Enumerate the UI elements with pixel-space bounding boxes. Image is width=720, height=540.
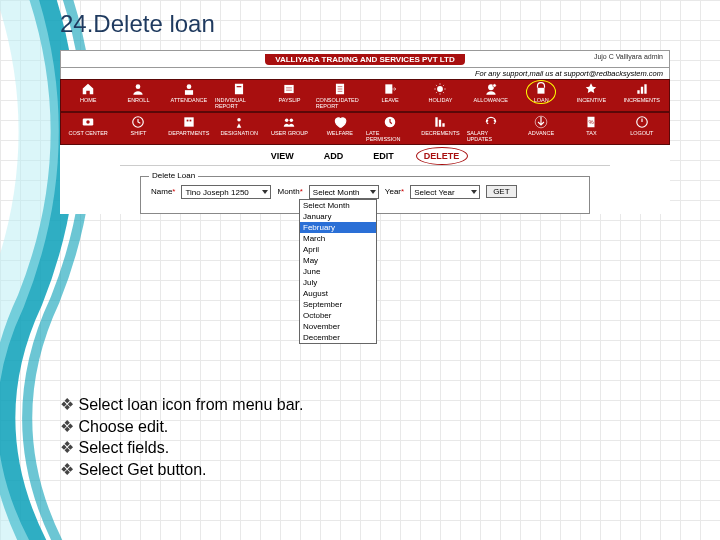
menu-item-report[interactable]: INDIVIDUAL REPORT	[215, 82, 263, 109]
month-option[interactable]: December	[300, 332, 376, 343]
month-option[interactable]: October	[300, 310, 376, 321]
menu-item-salary[interactable]: SALARY UPDATES	[467, 115, 515, 142]
advance-icon	[534, 115, 548, 129]
app-header: VALLIYARA TRADING AND SERVICES PVT LTD J…	[60, 50, 670, 68]
menu-item-label: INCREMENTS	[624, 97, 660, 103]
tab-delete[interactable]: DELETE	[424, 151, 460, 161]
menu-item-label: SHIFT	[131, 130, 147, 136]
menu-item-cost[interactable]: COST CENTER	[64, 115, 112, 142]
menu-item-advance[interactable]: ADVANCE	[517, 115, 565, 142]
menu-item-incentive[interactable]: INCENTIVE	[567, 82, 615, 109]
month-option[interactable]: November	[300, 321, 376, 332]
menu-item-late[interactable]: LATE PERMISSION	[366, 115, 414, 142]
menu-bar-row-1: HOMEENROLLATTENDANCEINDIVIDUAL REPORTPAY…	[60, 79, 670, 112]
year-label: Year*	[385, 185, 404, 196]
menu-item-increments[interactable]: INCREMENTS	[618, 82, 666, 109]
menu-item-ugroup[interactable]: USER GROUP	[265, 115, 313, 142]
home-icon	[81, 82, 95, 96]
month-option[interactable]: February	[300, 222, 376, 233]
svg-rect-14	[184, 117, 193, 126]
menu-item-label: LOAN	[534, 97, 549, 103]
menu-item-desig[interactable]: DESIGNATION	[215, 115, 263, 142]
svg-point-9	[493, 84, 497, 88]
get-button[interactable]: GET	[486, 185, 516, 198]
menu-item-label: COST CENTER	[69, 130, 108, 136]
month-option[interactable]: August	[300, 288, 376, 299]
menu-item-payslip[interactable]: PAYSLIP	[265, 82, 313, 109]
svg-rect-3	[235, 84, 243, 95]
instruction-item: Select fields.	[60, 437, 700, 459]
month-option[interactable]: May	[300, 255, 376, 266]
menu-item-dept[interactable]: DEPARTMENTS	[165, 115, 213, 142]
menu-item-creport[interactable]: CONSOLIDATED REPORT	[316, 82, 364, 109]
svg-text:%: %	[589, 119, 594, 125]
month-option[interactable]: September	[300, 299, 376, 310]
ugroup-icon	[282, 115, 296, 129]
month-option[interactable]: July	[300, 277, 376, 288]
svg-point-7	[438, 86, 444, 92]
app-screenshot: VALLIYARA TRADING AND SERVICES PVT LTD J…	[60, 50, 670, 214]
menu-item-decr[interactable]: DECREMENTS	[416, 115, 464, 142]
tab-bar: VIEW ADD EDIT DELETE	[120, 145, 610, 166]
report-icon	[232, 82, 246, 96]
svg-point-12	[86, 120, 90, 124]
menu-item-holiday[interactable]: HOLIDAY	[416, 82, 464, 109]
menu-item-label: LOGOUT	[630, 130, 653, 136]
svg-rect-15	[186, 120, 188, 122]
tab-view[interactable]: VIEW	[271, 151, 294, 161]
menu-item-leave[interactable]: LEAVE	[366, 82, 414, 109]
month-option[interactable]: June	[300, 266, 376, 277]
menu-item-label: PAYSLIP	[278, 97, 300, 103]
month-option[interactable]: April	[300, 244, 376, 255]
menu-item-tax[interactable]: %TAX	[567, 115, 615, 142]
menu-item-shift[interactable]: SHIFT	[114, 115, 162, 142]
menu-item-label: HOLIDAY	[429, 97, 453, 103]
menu-item-label: ADVANCE	[528, 130, 554, 136]
month-option[interactable]: Select Month	[300, 200, 376, 211]
late-icon	[383, 115, 397, 129]
cost-icon	[81, 115, 95, 129]
user-info: Jujo C Valliyara admin	[594, 53, 663, 60]
slide-title: 24.Delete loan	[60, 10, 700, 38]
tab-add[interactable]: ADD	[324, 151, 344, 161]
menu-item-allowance[interactable]: ALLOWANCE	[467, 82, 515, 109]
month-option[interactable]: March	[300, 233, 376, 244]
menu-item-label: SALARY UPDATES	[467, 130, 515, 142]
menu-item-logout[interactable]: LOGOUT	[618, 115, 666, 142]
desig-icon	[232, 115, 246, 129]
menu-item-label: INCENTIVE	[577, 97, 606, 103]
menu-item-loan[interactable]: LOAN	[517, 82, 565, 109]
month-dropdown[interactable]: Select MonthJanuaryFebruaryMarchAprilMay…	[299, 199, 377, 344]
menu-item-attendance[interactable]: ATTENDANCE	[165, 82, 213, 109]
instruction-item: Select loan icon from menu bar.	[60, 394, 700, 416]
menu-item-welfare[interactable]: WELFARE	[316, 115, 364, 142]
dept-icon	[182, 115, 196, 129]
svg-point-17	[237, 118, 241, 122]
menu-item-home[interactable]: HOME	[64, 82, 112, 109]
menu-item-label: ALLOWANCE	[474, 97, 508, 103]
month-option[interactable]: January	[300, 211, 376, 222]
instruction-item: Choose edit.	[60, 416, 700, 438]
year-select[interactable]: Select Year	[410, 185, 480, 199]
loan-icon	[534, 82, 548, 96]
month-select[interactable]: Select Month	[309, 185, 379, 199]
enroll-icon	[131, 82, 145, 96]
name-label: Name*	[151, 185, 175, 196]
svg-point-18	[285, 119, 289, 123]
decr-icon	[433, 115, 447, 129]
name-select[interactable]: Tino Joseph 1250	[181, 185, 271, 199]
svg-point-1	[186, 84, 191, 89]
menu-item-label: LEAVE	[381, 97, 398, 103]
menu-item-label: DEPARTMENTS	[168, 130, 209, 136]
menu-item-label: WELFARE	[327, 130, 353, 136]
menu-item-label: USER GROUP	[271, 130, 308, 136]
increments-icon	[635, 82, 649, 96]
menu-item-label: TAX	[586, 130, 596, 136]
tab-edit[interactable]: EDIT	[373, 151, 394, 161]
welfare-icon	[333, 115, 347, 129]
menu-item-label: LATE PERMISSION	[366, 130, 414, 142]
support-text: For any support,mail us at support@redba…	[60, 68, 670, 79]
menu-bar-row-2: COST CENTERSHIFTDEPARTMENTSDESIGNATIONUS…	[60, 112, 670, 145]
menu-item-enroll[interactable]: ENROLL	[114, 82, 162, 109]
incentive-icon	[584, 82, 598, 96]
